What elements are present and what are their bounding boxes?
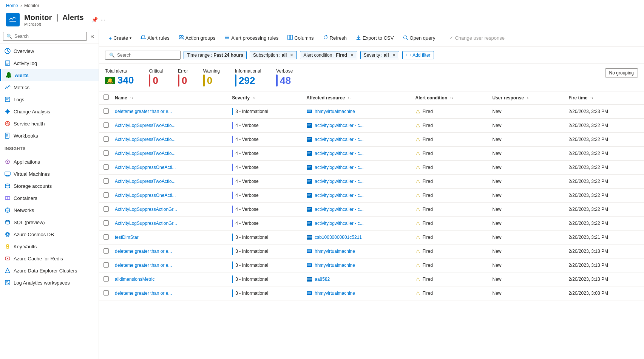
sidebar-item-data-explorer[interactable]: Azure Data Explorer Clusters bbox=[0, 265, 99, 277]
resource-link[interactable]: hhmyvirtualmachine bbox=[315, 109, 355, 114]
sidebar-item-change-analysis[interactable]: Change Analysis bbox=[0, 105, 99, 118]
alert-name-link[interactable]: ActivityLogSuppressOneActi... bbox=[115, 165, 176, 170]
sidebar-item-service-health[interactable]: Service health bbox=[0, 118, 99, 130]
resource-link[interactable]: hhmyvirtualmachine bbox=[315, 263, 355, 268]
row-checkbox-7[interactable] bbox=[103, 206, 109, 212]
alert-name-link[interactable]: deleteme greater than or e... bbox=[115, 291, 172, 296]
alert-rules-button[interactable]: Alert rules bbox=[137, 32, 173, 43]
severity-sort-icon[interactable]: ↑↓ bbox=[252, 96, 255, 99]
alert-name-link[interactable]: testDimStar bbox=[115, 235, 139, 240]
name-sort-icon[interactable]: ↑↓ bbox=[130, 96, 133, 99]
user-response-column-header[interactable]: User response ↑↓ bbox=[488, 91, 564, 104]
sidebar-item-applications[interactable]: Applications bbox=[0, 156, 99, 168]
alert-name-link[interactable]: ActivityLogSuppressActionGr... bbox=[115, 207, 177, 212]
fire-time-column-header[interactable]: Fire time ↑↓ bbox=[564, 91, 644, 104]
severity-filter[interactable]: Severity : all ✕ bbox=[360, 51, 399, 59]
row-checkbox-4[interactable] bbox=[103, 164, 109, 170]
alert-name-link[interactable]: deleteme greater than or e... bbox=[115, 249, 172, 254]
sidebar-item-overview[interactable]: Overview bbox=[0, 45, 99, 57]
row-checkbox-3[interactable] bbox=[103, 150, 109, 156]
alert-name-link[interactable]: ActivityLogSuppressOneActi... bbox=[115, 193, 176, 198]
sidebar-item-cosmos-db[interactable]: Azure Cosmos DB bbox=[0, 228, 99, 240]
no-grouping-dropdown[interactable]: No grouping bbox=[605, 68, 638, 77]
sidebar-item-metrics[interactable]: Metrics bbox=[0, 81, 99, 93]
select-all-checkbox[interactable] bbox=[103, 94, 109, 100]
alert-name-link[interactable]: ActivityLogSupressTwoActio... bbox=[115, 179, 176, 184]
row-checkbox-12[interactable] bbox=[103, 276, 109, 282]
time-range-filter[interactable]: Time range : Past 24 hours bbox=[184, 51, 247, 59]
fire-time-sort-icon[interactable]: ↑↓ bbox=[590, 96, 593, 99]
alert-condition-filter-close[interactable]: ✕ bbox=[350, 53, 354, 58]
sidebar-item-key-vaults[interactable]: Key Vaults bbox=[0, 240, 99, 252]
sidebar-item-containers[interactable]: Containers bbox=[0, 192, 99, 204]
severity-filter-close[interactable]: ✕ bbox=[392, 53, 396, 58]
resource-link[interactable]: activitylogwithcaller - c... bbox=[315, 221, 363, 226]
sidebar-item-log-analytics[interactable]: Log Analytics workspaces bbox=[0, 277, 99, 289]
alert-name-link[interactable]: ActivityLogSupressTwoActio... bbox=[115, 151, 176, 156]
action-groups-button[interactable]: Action groups bbox=[175, 32, 219, 43]
resource-link[interactable]: activitylogwithcaller - c... bbox=[315, 179, 363, 184]
affected-resource-column-header[interactable]: Affected resource ↑↓ bbox=[302, 91, 411, 104]
sidebar-item-networks[interactable]: Networks bbox=[0, 204, 99, 216]
row-checkbox-9[interactable] bbox=[103, 234, 109, 240]
user-response-sort-icon[interactable]: ↑↓ bbox=[527, 96, 530, 99]
row-checkbox-5[interactable] bbox=[103, 178, 109, 184]
row-checkbox-8[interactable] bbox=[103, 220, 109, 226]
row-checkbox-0[interactable] bbox=[103, 108, 109, 114]
add-filter-button[interactable]: + + Add filter bbox=[402, 51, 434, 59]
resource-link[interactable]: activitylogwithcaller - c... bbox=[315, 193, 363, 198]
row-checkbox-10[interactable] bbox=[103, 248, 109, 254]
alert-search[interactable]: 🔍 bbox=[105, 51, 181, 60]
sidebar-item-alerts[interactable]: Alerts bbox=[0, 69, 99, 81]
sidebar-item-storage-accounts[interactable]: Storage accounts bbox=[0, 180, 99, 192]
alert-condition-sort-icon[interactable]: ↑↓ bbox=[450, 96, 453, 99]
subscription-filter[interactable]: Subscription : all ✕ bbox=[250, 51, 297, 59]
alert-condition-filter[interactable]: Alert condition : Fired ✕ bbox=[300, 51, 357, 59]
severity-column-header[interactable]: Severity ↑↓ bbox=[227, 91, 302, 104]
alert-name-link[interactable]: alldimensionsMetric bbox=[115, 277, 154, 282]
row-checkbox-13[interactable] bbox=[103, 290, 109, 296]
name-column-header[interactable]: Name ↑↓ bbox=[110, 91, 227, 104]
breadcrumb-home[interactable]: Home bbox=[6, 3, 18, 8]
select-all-header[interactable] bbox=[99, 91, 110, 104]
alert-search-input[interactable] bbox=[117, 53, 176, 58]
row-checkbox-11[interactable] bbox=[103, 262, 109, 268]
row-checkbox-2[interactable] bbox=[103, 136, 109, 142]
resource-link[interactable]: activitylogwithcaller - c... bbox=[315, 151, 363, 156]
alert-name-link[interactable]: ActivityLogSuppressActionGr... bbox=[115, 221, 177, 226]
change-user-response-button[interactable]: ✓ Change user response bbox=[445, 33, 508, 43]
row-checkbox-6[interactable] bbox=[103, 192, 109, 198]
resource-link[interactable]: activitylogwithcaller - c... bbox=[315, 207, 363, 212]
sidebar-collapse-btn[interactable]: « bbox=[89, 33, 96, 40]
sidebar-item-sql[interactable]: SQL (preview) bbox=[0, 216, 99, 228]
export-csv-button[interactable]: Export to CSV bbox=[352, 32, 397, 43]
pin-icon[interactable]: 📌 bbox=[91, 17, 98, 23]
sidebar-item-activity-log[interactable]: Activity log bbox=[0, 57, 99, 69]
resource-link[interactable]: csb10030000801c5211 bbox=[315, 235, 362, 240]
row-checkbox-1[interactable] bbox=[103, 122, 109, 128]
alert-processing-rules-button[interactable]: Alert processing rules bbox=[221, 32, 282, 43]
alert-name-link[interactable]: deleteme greater than or e... bbox=[115, 263, 172, 268]
alert-name-link[interactable]: deleteme greater than or e... bbox=[115, 109, 172, 114]
resource-link[interactable]: hhmyvirtualmachine bbox=[315, 249, 355, 254]
alert-condition-column-header[interactable]: Alert condition ↑↓ bbox=[411, 91, 488, 104]
resource-link[interactable]: aa8582 bbox=[315, 277, 330, 282]
open-query-button[interactable]: Open query bbox=[399, 32, 439, 43]
subscription-filter-close[interactable]: ✕ bbox=[290, 53, 293, 58]
sidebar-item-virtual-machines[interactable]: Virtual Machines bbox=[0, 168, 99, 180]
more-icon[interactable]: ··· bbox=[101, 17, 105, 23]
sidebar-item-workbooks[interactable]: Workbooks bbox=[0, 130, 99, 142]
resource-link[interactable]: hhmyvirtualmachine bbox=[315, 291, 355, 296]
sidebar-item-logs[interactable]: Logs bbox=[0, 93, 99, 105]
resource-link[interactable]: activitylogwithcaller - c... bbox=[315, 123, 363, 128]
resource-link[interactable]: activitylogwithcaller - c... bbox=[315, 165, 363, 170]
sidebar-item-redis[interactable]: Azure Cache for Redis bbox=[0, 252, 99, 265]
affected-resource-sort-icon[interactable]: ↑↓ bbox=[348, 96, 351, 99]
columns-button[interactable]: Columns bbox=[284, 32, 317, 43]
alert-name-link[interactable]: ActivityLogSupressTwoActio... bbox=[115, 123, 176, 128]
create-button[interactable]: + Create ▾ bbox=[105, 33, 135, 43]
alert-name-link[interactable]: ActivityLogSupressTwoActio... bbox=[115, 137, 176, 142]
resource-link[interactable]: activitylogwithcaller - c... bbox=[315, 137, 363, 142]
refresh-button[interactable]: Refresh bbox=[319, 32, 351, 43]
sidebar-search[interactable]: 🔍 bbox=[3, 32, 87, 41]
